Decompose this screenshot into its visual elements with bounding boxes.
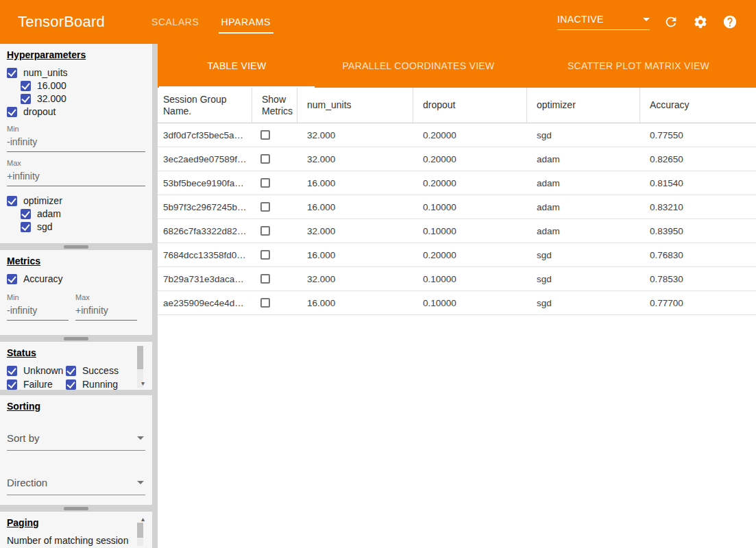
main-panel: TABLE VIEW PARALLEL COORDINATES VIEW SCA… xyxy=(158,44,756,548)
status-checkbox[interactable] xyxy=(7,379,17,390)
checkbox-accuracy[interactable] xyxy=(7,274,17,284)
hyperparameters-heading: Hyperparameters xyxy=(7,49,145,60)
table-row: 5b97f3c2967245b… 16.000 0.10000 adam 0.8… xyxy=(158,195,756,219)
checkbox-optimizer[interactable] xyxy=(7,196,17,206)
dropout-cell: 0.20000 xyxy=(413,130,527,140)
hparam-value-16: 16.000 xyxy=(21,79,145,92)
sgd-label: sgd xyxy=(37,221,53,232)
column-header-session-group-name: Session Group Name. xyxy=(158,88,252,123)
status-checkbox[interactable] xyxy=(7,366,17,376)
accuracy-cell: 0.81540 xyxy=(640,178,756,188)
status-label: Success xyxy=(82,365,119,376)
checkbox-dropout[interactable] xyxy=(7,107,17,117)
dropout-cell: 0.20000 xyxy=(413,154,527,164)
accuracy-cell: 0.83210 xyxy=(640,202,756,212)
tab-hparams[interactable]: HPARAMS xyxy=(210,0,282,44)
num-units-cell: 16.000 xyxy=(297,202,413,212)
matching-groups-text: Number of matching session groups: 8 xyxy=(7,534,141,548)
show-metrics-cell xyxy=(252,250,297,260)
content: Hyperparameters num_units 16.000 32.000 … xyxy=(0,44,756,548)
help-icon[interactable] xyxy=(722,14,738,30)
tab-table-view[interactable]: TABLE VIEW xyxy=(158,44,316,88)
optimizer-cell: adam xyxy=(527,226,640,236)
show-metrics-checkbox[interactable] xyxy=(260,202,270,212)
show-metrics-checkbox[interactable] xyxy=(260,154,270,164)
scroll-down-icon[interactable]: ▾ xyxy=(141,380,145,387)
show-metrics-checkbox[interactable] xyxy=(260,130,270,140)
sort-by-select[interactable]: Sort by xyxy=(7,432,145,451)
show-metrics-checkbox[interactable] xyxy=(260,226,270,236)
show-metrics-cell xyxy=(252,274,297,284)
num-units-cell: 32.000 xyxy=(297,274,413,284)
settings-icon[interactable] xyxy=(692,14,709,30)
status-option: Failure xyxy=(7,378,66,390)
direction-value: Direction xyxy=(7,477,47,488)
status-option: Success xyxy=(66,364,137,377)
checkbox-adam[interactable] xyxy=(21,209,31,219)
tab-parallel-coordinates-view[interactable]: PARALLEL COORDINATES VIEW xyxy=(316,44,521,88)
metric-min-field: Min -infinity xyxy=(7,293,69,321)
optimizer-cell: sgd xyxy=(527,130,640,140)
checkbox-16-000[interactable] xyxy=(21,81,31,91)
num-units-cell: 16.000 xyxy=(297,298,413,308)
table-row: 53bf5bece9190fa… 16.000 0.20000 adam 0.8… xyxy=(158,171,756,195)
show-metrics-cell xyxy=(252,202,297,212)
status-checkbox[interactable] xyxy=(66,366,76,376)
dropout-cell: 0.10000 xyxy=(413,226,527,236)
dropout-cell: 0.10000 xyxy=(413,274,527,284)
accuracy-cell: 0.78530 xyxy=(640,274,756,284)
adam-label: adam xyxy=(37,208,61,219)
paging-scrollbar-thumb[interactable] xyxy=(137,523,143,538)
chevron-down-icon xyxy=(137,436,144,440)
section-hyperparameters: Hyperparameters num_units 16.000 32.000 … xyxy=(0,44,152,243)
table-row: 7b29a731e3daca… 32.000 0.10000 sgd 0.785… xyxy=(158,267,756,291)
session-group-name-cell: ae235909ec4e4d… xyxy=(158,298,252,308)
status-scrollbar-thumb[interactable] xyxy=(137,346,143,369)
status-checkbox[interactable] xyxy=(66,379,76,390)
metrics-heading: Metrics xyxy=(7,256,145,266)
session-group-name-cell: 3df0d7cf35bec5a… xyxy=(158,130,252,140)
section-sorting: Sorting Sort by Direction xyxy=(0,395,152,505)
value-32-label: 32.000 xyxy=(37,93,66,104)
section-metrics: Metrics Accuracy Min -infinity Max +infi… xyxy=(0,250,152,335)
section-drag-handle[interactable] xyxy=(64,507,88,510)
show-metrics-checkbox[interactable] xyxy=(260,178,270,188)
chevron-down-icon xyxy=(643,18,650,21)
dropout-cell: 0.10000 xyxy=(413,298,527,308)
dropout-min-field: Min -infinity xyxy=(7,125,145,152)
status-label: Running xyxy=(82,379,118,390)
metric-min-input[interactable]: -infinity xyxy=(7,301,69,321)
dropout-min-input[interactable]: -infinity xyxy=(7,133,145,152)
refresh-icon[interactable] xyxy=(663,14,679,30)
num-units-cell: 16.000 xyxy=(297,178,413,188)
checkbox-num-units[interactable] xyxy=(7,68,17,78)
table-header: Session Group Name. Show Metrics num_uni… xyxy=(158,88,756,123)
checkbox-32-000[interactable] xyxy=(21,94,31,104)
show-metrics-cell xyxy=(252,154,297,164)
sort-by-value: Sort by xyxy=(7,432,40,444)
sidebar: Hyperparameters num_units 16.000 32.000 … xyxy=(0,44,158,548)
accuracy-cell: 0.82650 xyxy=(640,154,756,164)
metric-max-input[interactable]: +infinity xyxy=(75,301,137,321)
hparam-optimizer: optimizer xyxy=(7,195,145,207)
section-drag-handle[interactable] xyxy=(64,337,88,340)
tab-scalars[interactable]: SCALARS xyxy=(141,0,210,44)
tab-scatter-plot-matrix-view[interactable]: SCATTER PLOT MATRIX VIEW xyxy=(521,44,756,88)
section-paging: Paging Number of matching session groups… xyxy=(0,512,152,548)
accuracy-label: Accuracy xyxy=(23,273,63,284)
show-metrics-checkbox[interactable] xyxy=(260,298,270,308)
dropout-max-input[interactable]: +infinity xyxy=(7,167,145,186)
scroll-up-icon[interactable]: ▴ xyxy=(141,516,145,523)
value-16-label: 16.000 xyxy=(37,80,66,91)
paging-scrollbar[interactable] xyxy=(137,523,143,546)
status-options: Unknown Success Failure Running xyxy=(7,364,137,390)
direction-select[interactable]: Direction xyxy=(7,477,145,495)
reload-status-select[interactable]: INACTIVE xyxy=(557,14,650,30)
show-metrics-checkbox[interactable] xyxy=(260,274,270,284)
show-metrics-checkbox[interactable] xyxy=(260,250,270,260)
table-row: ae235909ec4e4d… 16.000 0.10000 sgd 0.777… xyxy=(158,291,756,315)
checkbox-sgd[interactable] xyxy=(21,222,31,232)
section-drag-handle[interactable] xyxy=(64,245,88,249)
table-row: 7684dcc13358fd0… 16.000 0.20000 sgd 0.76… xyxy=(158,243,756,267)
session-group-name-cell: 53bf5bece9190fa… xyxy=(158,178,252,188)
